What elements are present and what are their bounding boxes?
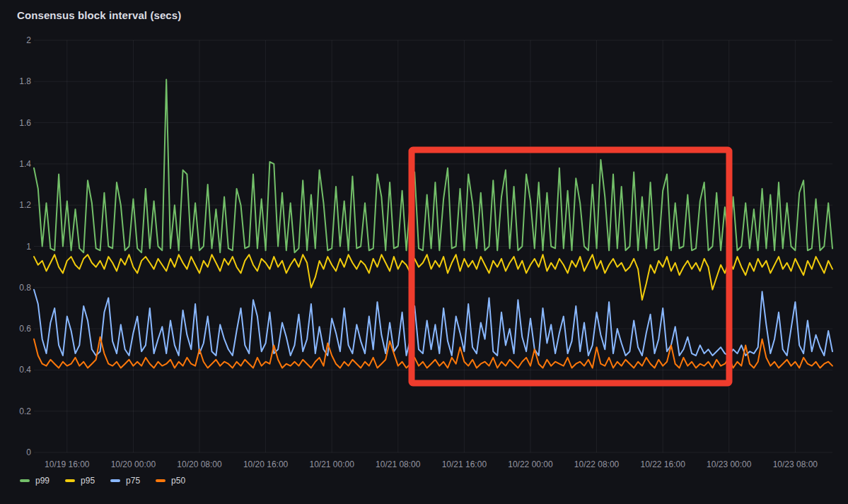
series-line-p95	[34, 254, 832, 300]
x-axis-tick-label: 10/20 16:00	[243, 459, 289, 469]
y-axis-tick-label: 1.4	[19, 159, 31, 169]
legend-label-p75: p75	[126, 476, 140, 486]
p99-series-swatch-icon	[20, 479, 30, 482]
x-axis-tick-label: 10/21 00:00	[309, 459, 354, 469]
x-axis-tick-label: 10/21 08:00	[376, 459, 421, 469]
legend-label-p95: p95	[81, 476, 95, 486]
p75-series-swatch-icon	[110, 479, 120, 482]
y-axis-tick-label: 1.2	[19, 200, 31, 210]
legend: p99 p95 p75 p50	[20, 476, 185, 486]
series-line-p99	[34, 79, 832, 252]
x-axis-tick-label: 10/23 08:00	[773, 459, 818, 469]
chart-canvas[interactable]: 00.20.40.60.811.21.41.61.8210/19 16:0010…	[0, 0, 848, 504]
x-axis-tick-label: 10/23 00:00	[707, 459, 752, 469]
x-axis-tick-label: 10/22 08:00	[574, 459, 620, 469]
grafana-panel: Consensus block interval (secs) 00.20.40…	[0, 0, 848, 504]
x-axis-tick-label: 10/21 16:00	[442, 459, 487, 469]
y-axis-tick-label: 1.8	[19, 76, 31, 86]
legend-label-p50: p50	[171, 476, 185, 486]
y-axis-tick-label: 0.2	[19, 406, 31, 416]
x-axis-tick-label: 10/22 00:00	[508, 459, 553, 469]
y-axis-tick-label: 0	[26, 447, 31, 457]
y-axis-tick-label: 2	[26, 35, 31, 45]
x-axis-tick-label: 10/20 00:00	[111, 459, 156, 469]
x-axis-tick-label: 10/20 08:00	[177, 459, 222, 469]
y-axis-tick-label: 1.6	[19, 118, 31, 128]
y-axis-tick-label: 0.8	[19, 283, 31, 293]
legend-item-p75[interactable]: p75	[110, 476, 140, 486]
y-axis-tick-label: 0.6	[19, 324, 31, 334]
series-line-p75	[34, 290, 832, 356]
p95-series-swatch-icon	[65, 479, 75, 482]
legend-label-p99: p99	[35, 476, 50, 486]
x-axis-tick-label: 10/22 16:00	[640, 459, 685, 469]
p50-series-swatch-icon	[156, 479, 165, 482]
y-axis-tick-label: 1	[26, 242, 31, 252]
legend-item-p50[interactable]: p50	[156, 476, 185, 486]
legend-item-p99[interactable]: p99	[20, 476, 50, 486]
y-axis-tick-label: 0.4	[19, 365, 31, 375]
legend-item-p95[interactable]: p95	[65, 476, 95, 486]
x-axis-tick-label: 10/19 16:00	[45, 459, 90, 469]
